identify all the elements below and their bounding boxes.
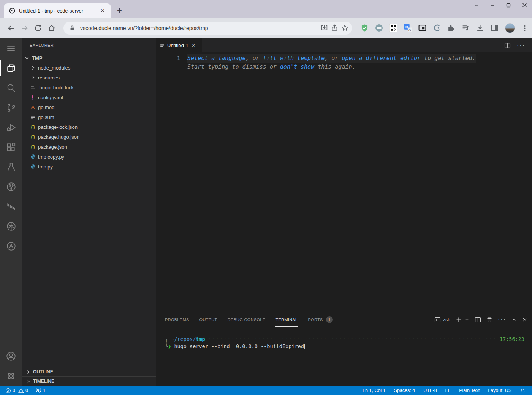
keyboard-layout-status[interactable]: Layout: US: [485, 386, 514, 395]
tree-item-package-hugo-json[interactable]: {} package.hugo.json: [22, 132, 156, 142]
dont-show-link[interactable]: don't show: [280, 63, 314, 70]
terminal-command: hugo server --bind 0.0.0.0 --buildExpire…: [174, 343, 304, 350]
tab-close-icon[interactable]: ✕: [192, 43, 196, 48]
tree-item-go-mod[interactable]: go.mod: [22, 102, 156, 112]
menu-hamburger-icon[interactable]: [0, 38, 22, 58]
editor-tab-untitled-1[interactable]: Untitled-1 ✕: [156, 38, 202, 52]
python-icon: [30, 154, 36, 160]
address-bar[interactable]: vscode.ducle.name.vn/?folder=/home/ducle…: [63, 22, 352, 35]
split-editor-icon[interactable]: [504, 42, 511, 49]
tree-item-tmp-copy-py[interactable]: tmp copy.py: [22, 152, 156, 162]
window-maximize-button[interactable]: [506, 3, 511, 8]
problems-status[interactable]: 0 0: [3, 386, 30, 395]
testing-beaker-icon[interactable]: [0, 157, 22, 177]
forwarded-ports-status[interactable]: 1: [33, 386, 48, 395]
circled-a-icon[interactable]: [0, 236, 22, 256]
terraform-icon[interactable]: [0, 197, 22, 216]
lock-icon[interactable]: [70, 25, 75, 31]
extensions-icon[interactable]: [0, 137, 22, 157]
google-translate-extension-icon[interactable]: GA: [404, 24, 412, 32]
explorer-sidebar: EXPLORER ··· TMP node_modules resources …: [22, 38, 156, 386]
claw-extension-icon[interactable]: [433, 24, 441, 32]
split-terminal-icon[interactable]: [475, 317, 481, 323]
tree-item-tmp-py[interactable]: tmp.py: [22, 162, 156, 171]
editor-more-actions-icon[interactable]: ···: [517, 42, 525, 49]
tab-debug-console[interactable]: DEBUG CONSOLE: [228, 313, 266, 327]
tree-item-config-yaml[interactable]: config.yaml: [22, 92, 156, 102]
select-language-link[interactable]: Select a language: [187, 55, 246, 62]
new-terminal-icon[interactable]: [456, 317, 462, 323]
browser-tab[interactable]: Untitled-1 - tmp - code-server ✕: [4, 3, 111, 18]
explorer-more-actions-icon[interactable]: ···: [142, 42, 150, 49]
downloads-icon[interactable]: [476, 24, 484, 32]
timeline-section[interactable]: TIMELINE: [22, 376, 156, 386]
search-icon[interactable]: [0, 78, 22, 98]
outline-section[interactable]: OUTLINE: [22, 367, 156, 376]
picture-in-picture-extension-icon[interactable]: [418, 24, 426, 32]
explorer-icon[interactable]: [0, 58, 22, 78]
fill-with-template-link[interactable]: fill with template: [263, 55, 325, 62]
qr-code-extension-icon[interactable]: [390, 24, 397, 32]
chevron-right-icon: [30, 75, 36, 81]
run-debug-icon[interactable]: [0, 117, 22, 137]
playlist-extension-icon[interactable]: [462, 24, 470, 32]
tree-item-go-sum[interactable]: go.sum: [22, 112, 156, 122]
tab-ports[interactable]: PORTS1: [308, 313, 332, 327]
settings-gear-icon[interactable]: [0, 366, 22, 386]
tab-output[interactable]: OUTPUT: [200, 313, 217, 327]
tab-terminal[interactable]: TERMINAL: [276, 313, 298, 327]
adguard-extension-icon[interactable]: [361, 24, 369, 32]
svg-text:A: A: [408, 28, 411, 32]
cursor-position-status[interactable]: Ln 1, Col 1: [360, 386, 388, 395]
terminal-viewport[interactable]: ╭ ~/repos/tmp ··························…: [156, 327, 532, 386]
tree-item-hugo-build-lock[interactable]: .hugo_build.lock: [22, 82, 156, 92]
back-button[interactable]: [5, 22, 17, 35]
browser-menu-kebab-icon[interactable]: [521, 25, 528, 32]
install-app-icon[interactable]: [321, 24, 328, 32]
indentation-status[interactable]: Spaces: 4: [391, 386, 418, 395]
editor-content[interactable]: 1 Select a language, or fill with templa…: [156, 52, 532, 313]
panel-more-actions-icon[interactable]: ···: [498, 316, 506, 323]
code-server-favicon: [9, 8, 15, 14]
robot-extension-icon[interactable]: [375, 24, 383, 32]
account-icon[interactable]: [0, 346, 22, 366]
notifications-bell-icon[interactable]: [517, 386, 528, 395]
tree-item-package-json[interactable]: {} package.json: [22, 142, 156, 152]
tab-search-chevron-icon[interactable]: [474, 3, 479, 8]
share-icon[interactable]: [331, 24, 338, 32]
kill-terminal-trash-icon[interactable]: [486, 317, 492, 323]
extensions-puzzle-icon[interactable]: [447, 24, 455, 32]
eol-status[interactable]: LF: [443, 386, 454, 395]
tree-root-tmp[interactable]: TMP: [22, 53, 156, 63]
encoding-status[interactable]: UTF-8: [421, 386, 439, 395]
kubernetes-helm-icon[interactable]: [0, 216, 22, 236]
language-mode-status[interactable]: Plain Text: [456, 386, 482, 395]
tree-item-resources[interactable]: resources: [22, 73, 156, 82]
gitlens-circle-fork-icon[interactable]: [0, 177, 22, 197]
source-control-icon[interactable]: [0, 98, 22, 117]
tree-item-package-lock-json[interactable]: {} package-lock.json: [22, 122, 156, 132]
home-button[interactable]: [46, 22, 57, 35]
url-text[interactable]: vscode.ducle.name.vn/?folder=/home/ducle…: [80, 25, 318, 31]
profile-avatar[interactable]: [505, 23, 515, 33]
tab-close-icon[interactable]: ✕: [98, 7, 107, 14]
chevron-right-icon: [25, 369, 32, 375]
terminal-dropdown-chevron-icon[interactable]: [465, 317, 469, 322]
close-panel-icon[interactable]: [522, 317, 527, 322]
window-close-button[interactable]: [522, 2, 527, 8]
open-different-editor-link[interactable]: open a different editor: [342, 55, 421, 62]
maximize-panel-chevron-icon[interactable]: [511, 317, 517, 322]
new-tab-button[interactable]: +: [117, 6, 122, 16]
forward-button[interactable]: [19, 22, 30, 35]
terminal-shell-icon[interactable]: [434, 317, 441, 323]
window-minimize-button[interactable]: [490, 3, 495, 8]
editor-hint-line-2: Start typing to dismiss or don't show th…: [187, 63, 356, 71]
tab-problems[interactable]: PROBLEMS: [165, 313, 189, 327]
reload-button[interactable]: [33, 22, 44, 35]
python-icon: [30, 163, 36, 170]
side-panel-icon[interactable]: [491, 24, 499, 32]
tree-item-node-modules[interactable]: node_modules: [22, 63, 156, 73]
bookmark-star-icon[interactable]: [341, 24, 348, 32]
radio-tower-icon: [36, 388, 41, 393]
activity-bar: [0, 38, 22, 386]
